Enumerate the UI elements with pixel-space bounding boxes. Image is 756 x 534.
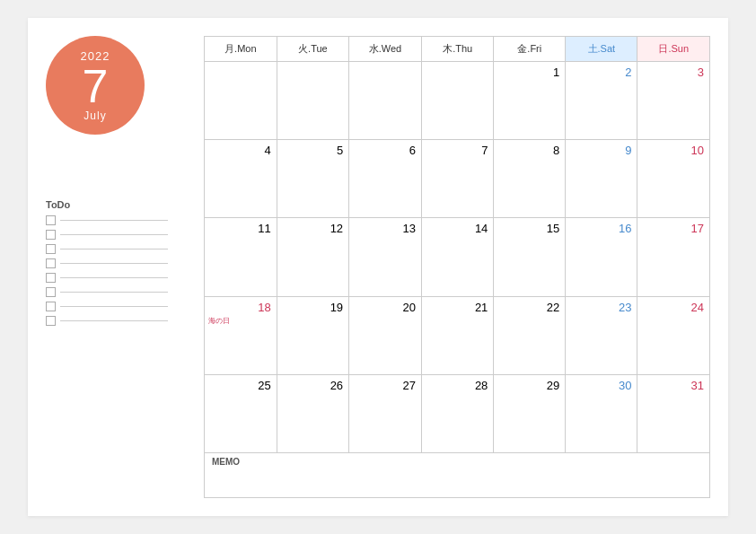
- col-header-mon: 月.Mon: [205, 37, 277, 62]
- col-header-wed: 水.Wed: [349, 37, 422, 62]
- month-circle: 2022 7 July: [46, 36, 145, 135]
- cell-empty: [277, 62, 348, 140]
- todo-item-1: [46, 215, 189, 225]
- col-header-sun: 日.Sun: [637, 37, 710, 62]
- todo-line-1: [60, 220, 168, 221]
- cell-day-2: 2: [566, 62, 637, 140]
- col-header-tue: 火.Tue: [277, 37, 348, 62]
- todo-checkbox-1[interactable]: [46, 215, 56, 225]
- cell-day-7: 7: [421, 140, 493, 218]
- memo-section: MEMO: [204, 453, 710, 498]
- month-name: July: [84, 109, 106, 122]
- todo-item-3: [46, 244, 189, 254]
- right-panel: 月.Mon 火.Tue 水.Wed 木.Thu 金.Fri 土.Sat 日.Su…: [204, 36, 710, 498]
- todo-line-4: [60, 263, 168, 264]
- todo-label: ToDo: [46, 199, 189, 210]
- cell-day-24: 24: [637, 296, 710, 374]
- cell-day-14: 14: [421, 218, 493, 296]
- todo-item-5: [46, 273, 189, 283]
- cell-day-1: 1: [494, 62, 566, 140]
- todo-item-7: [46, 302, 189, 311]
- month-number: 7: [83, 63, 109, 109]
- holiday-name-uminohi: 海の日: [208, 316, 271, 326]
- todo-item-4: [46, 258, 189, 268]
- col-header-sat: 土.Sat: [566, 37, 637, 62]
- col-header-thu: 木.Thu: [421, 37, 493, 62]
- todo-item-2: [46, 230, 189, 240]
- cell-day-26: 26: [277, 374, 348, 452]
- cell-empty: [349, 62, 422, 140]
- todo-line-6: [60, 292, 168, 293]
- calendar-row-2: 4 5 6 7 8 9 10: [205, 140, 710, 218]
- calendar-row-4: 18 海の日 19 20 21 22 23 24: [205, 296, 710, 374]
- cell-day-30: 30: [566, 374, 637, 452]
- cell-day-10: 10: [637, 140, 710, 218]
- cell-day-28: 28: [421, 374, 493, 452]
- todo-checkbox-3[interactable]: [46, 244, 56, 254]
- todo-checkbox-5[interactable]: [46, 273, 56, 283]
- calendar-row-5: 25 26 27 28 29 30 31: [205, 374, 710, 452]
- cell-day-23: 23: [566, 296, 637, 374]
- cell-day-8: 8: [494, 140, 566, 218]
- todo-line-7: [60, 306, 168, 307]
- cell-day-21: 21: [421, 296, 493, 374]
- cell-day-31: 31: [637, 374, 710, 452]
- todo-checkbox-8[interactable]: [46, 316, 56, 326]
- cell-day-5: 5: [277, 140, 348, 218]
- todo-line-2: [60, 234, 168, 235]
- calendar-row-3: 11 12 13 14 15 16 17: [205, 218, 710, 296]
- cell-day-20: 20: [349, 296, 422, 374]
- cell-day-9: 9: [566, 140, 637, 218]
- cell-day-17: 17: [637, 218, 710, 296]
- calendar-table: 月.Mon 火.Tue 水.Wed 木.Thu 金.Fri 土.Sat 日.Su…: [204, 36, 710, 453]
- left-panel: 2022 7 July ToDo: [46, 36, 189, 498]
- todo-checkbox-7[interactable]: [46, 302, 56, 311]
- calendar-header-row: 月.Mon 火.Tue 水.Wed 木.Thu 金.Fri 土.Sat 日.Su…: [205, 37, 710, 62]
- cell-day-16: 16: [566, 218, 637, 296]
- cell-day-18: 18 海の日: [205, 296, 277, 374]
- cell-day-27: 27: [349, 374, 422, 452]
- todo-checkbox-2[interactable]: [46, 230, 56, 240]
- todo-item-8: [46, 316, 189, 326]
- todo-checkbox-6[interactable]: [46, 287, 56, 297]
- cell-day-12: 12: [277, 218, 348, 296]
- todo-line-5: [60, 277, 168, 278]
- col-header-fri: 金.Fri: [494, 37, 566, 62]
- todo-line-3: [60, 249, 168, 249]
- cell-day-11: 11: [205, 218, 277, 296]
- todo-item-6: [46, 287, 189, 297]
- cell-day-6: 6: [349, 140, 422, 218]
- cell-day-4: 4: [205, 140, 277, 218]
- cell-day-13: 13: [349, 218, 422, 296]
- cell-day-22: 22: [494, 296, 566, 374]
- todo-section: ToDo: [46, 199, 189, 330]
- calendar-row-1: 1 2 3: [205, 62, 710, 140]
- cell-day-3: 3: [637, 62, 710, 140]
- memo-label: MEMO: [212, 457, 702, 467]
- cell-day-15: 15: [494, 218, 566, 296]
- todo-checkbox-4[interactable]: [46, 258, 56, 268]
- cell-empty: [421, 62, 493, 140]
- cell-day-29: 29: [494, 374, 566, 452]
- cell-day-25: 25: [205, 374, 277, 452]
- todo-line-8: [60, 320, 168, 321]
- cell-empty: [205, 62, 277, 140]
- calendar-page: 2022 7 July ToDo: [28, 18, 728, 516]
- cell-day-19: 19: [277, 296, 348, 374]
